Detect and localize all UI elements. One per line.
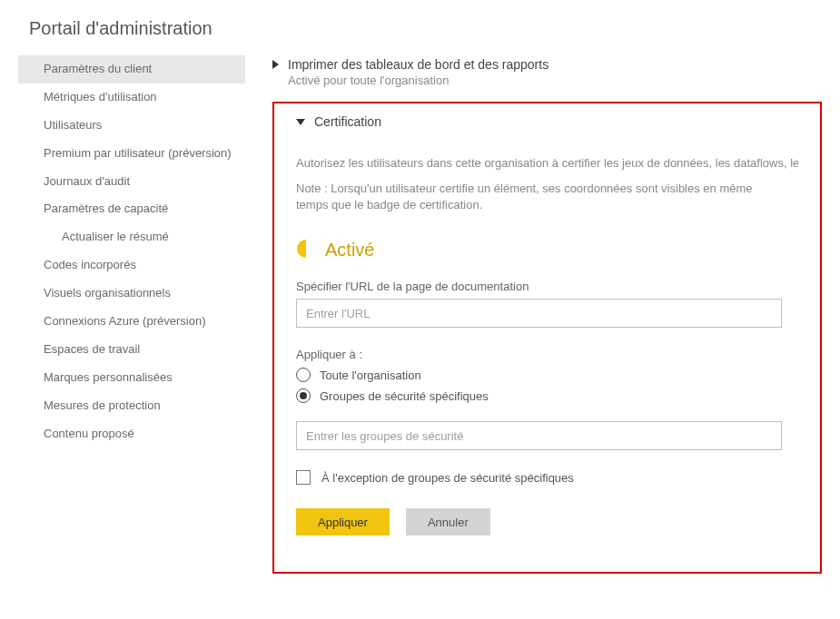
content-area: Imprimer des tableaux de bord et des rap… [272, 55, 822, 574]
except-groups-label: À l'exception de groupes de sécurité spé… [321, 471, 574, 485]
apply-to-label: Appliquer à : [296, 348, 798, 361]
toggle-on-icon[interactable] [296, 239, 316, 261]
sidebar-item-journaux[interactable]: Journaux d'audit [18, 168, 245, 196]
security-groups-input[interactable] [296, 421, 782, 450]
sidebar-item-codes-incorpores[interactable]: Codes incorporés [18, 251, 245, 280]
sidebar-item-contenu-propose[interactable]: Contenu proposé [18, 420, 245, 448]
radio-checked-icon [296, 388, 311, 403]
radio-icon [296, 368, 311, 382]
sidebar-item-utilisateurs[interactable]: Utilisateurs [18, 112, 245, 140]
sidebar: Paramètres du client Métriques d'utilisa… [18, 55, 245, 447]
collapsed-section-print[interactable]: Imprimer des tableaux de bord et des rap… [272, 55, 822, 89]
sidebar-item-metriques[interactable]: Métriques d'utilisation [18, 84, 245, 112]
sidebar-item-marques[interactable]: Marques personnalisées [18, 364, 245, 392]
sidebar-item-premium[interactable]: Premium par utilisateur (préversion) [18, 140, 245, 168]
radio-entire-org[interactable]: Toute l'organisation [296, 368, 798, 382]
toggle-label: Activé [325, 240, 374, 260]
radio-specific-groups-label: Groupes de sécurité spécifiques [320, 389, 489, 403]
sidebar-item-visuels-org[interactable]: Visuels organisationnels [18, 280, 245, 308]
sidebar-item-mesures-protection[interactable]: Mesures de protection [18, 392, 245, 420]
collapsed-section-title: Imprimer des tableaux de bord et des rap… [288, 57, 548, 72]
collapsed-section-subtitle: Activé pour toute l'organisation [288, 74, 548, 87]
certification-description: Autorisez les utilisateurs dans cette or… [296, 156, 798, 170]
sidebar-item-connexions-azure[interactable]: Connexions Azure (préversion) [18, 308, 245, 336]
checkbox-icon [296, 470, 311, 485]
certification-title: Certification [314, 114, 381, 129]
apply-button[interactable]: Appliquer [296, 508, 390, 535]
sidebar-item-capacite[interactable]: Paramètres de capacité [18, 195, 245, 223]
sidebar-item-parametres-client[interactable]: Paramètres du client [18, 55, 245, 84]
sidebar-item-espaces-travail[interactable]: Espaces de travail [18, 336, 245, 364]
page-title: Portail d'administration [29, 18, 822, 39]
url-field-label: Spécifier l'URL de la page de documentat… [296, 280, 798, 293]
cancel-button[interactable]: Annuler [406, 508, 490, 535]
certification-panel: Certification Autorisez les utilisateurs… [272, 102, 822, 574]
caret-right-icon [272, 60, 279, 69]
expanded-section-header[interactable]: Certification [296, 114, 798, 129]
sidebar-item-actualiser-resume[interactable]: Actualiser le résumé [18, 223, 245, 251]
url-input[interactable] [296, 299, 782, 328]
certification-note: Note : Lorsqu'un utilisateur certifie un… [296, 181, 786, 213]
except-groups-row[interactable]: À l'exception de groupes de sécurité spé… [296, 470, 798, 485]
caret-down-icon [296, 119, 305, 125]
radio-specific-groups[interactable]: Groupes de sécurité spécifiques [296, 388, 798, 403]
radio-entire-org-label: Toute l'organisation [320, 368, 421, 382]
